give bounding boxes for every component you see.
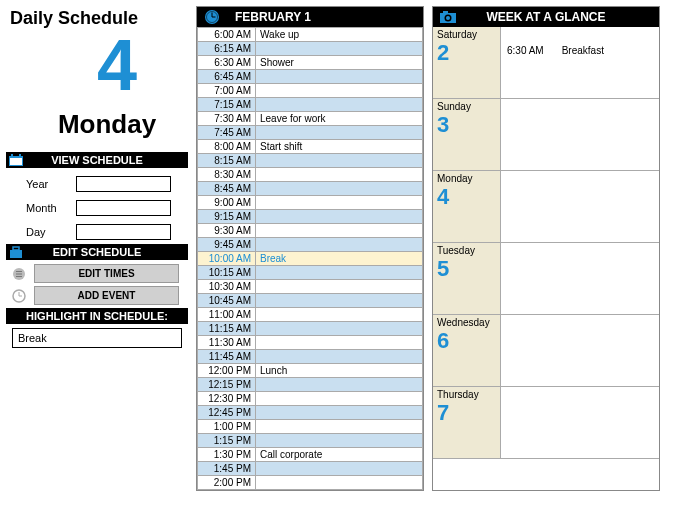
time-cell: 7:00 AM bbox=[198, 84, 256, 98]
event-cell bbox=[256, 70, 423, 84]
schedule-row[interactable]: 12:30 PM bbox=[198, 392, 423, 406]
event-cell bbox=[256, 406, 423, 420]
svg-rect-3 bbox=[19, 154, 21, 157]
week-events: 6:30 AMBreakfast bbox=[501, 27, 659, 98]
month-input[interactable] bbox=[76, 200, 171, 216]
week-day-row[interactable]: Wednesday6 bbox=[433, 315, 659, 387]
view-schedule-header: VIEW SCHEDULE bbox=[6, 152, 188, 168]
time-cell: 9:30 AM bbox=[198, 224, 256, 238]
week-day-cell: Wednesday6 bbox=[433, 315, 501, 386]
week-events bbox=[501, 99, 659, 170]
current-day-number: 4 bbox=[6, 29, 188, 101]
schedule-row[interactable]: 7:45 AM bbox=[198, 126, 423, 140]
event-cell: Call corporate bbox=[256, 448, 423, 462]
time-cell: 11:00 AM bbox=[198, 308, 256, 322]
time-cell: 8:30 AM bbox=[198, 168, 256, 182]
calendar-icon bbox=[8, 153, 24, 167]
week-day-number: 2 bbox=[437, 40, 496, 66]
week-day-row[interactable]: Thursday7 bbox=[433, 387, 659, 459]
time-cell: 12:30 PM bbox=[198, 392, 256, 406]
week-day-row[interactable]: Sunday3 bbox=[433, 99, 659, 171]
schedule-row[interactable]: 8:15 AM bbox=[198, 154, 423, 168]
week-day-name: Monday bbox=[437, 173, 496, 184]
schedule-row[interactable]: 9:15 AM bbox=[198, 210, 423, 224]
schedule-row[interactable]: 6:30 AMShower bbox=[198, 56, 423, 70]
week-events bbox=[501, 315, 659, 386]
time-cell: 6:15 AM bbox=[198, 42, 256, 56]
time-cell: 9:00 AM bbox=[198, 196, 256, 210]
time-cell: 10:00 AM bbox=[198, 252, 256, 266]
list-icon bbox=[11, 267, 27, 281]
event-cell bbox=[256, 350, 423, 364]
event-cell bbox=[256, 238, 423, 252]
event-cell bbox=[256, 392, 423, 406]
time-cell: 10:30 AM bbox=[198, 280, 256, 294]
highlight-value[interactable]: Break bbox=[12, 328, 182, 348]
schedule-row[interactable]: 6:00 AMWake up bbox=[198, 28, 423, 42]
time-cell: 6:30 AM bbox=[198, 56, 256, 70]
event-cell: Lunch bbox=[256, 364, 423, 378]
highlight-header: HIGHLIGHT IN SCHEDULE: bbox=[6, 308, 188, 324]
schedule-row[interactable]: 1:15 PM bbox=[198, 434, 423, 448]
event-cell bbox=[256, 98, 423, 112]
schedule-row[interactable]: 10:45 AM bbox=[198, 294, 423, 308]
schedule-row[interactable]: 12:15 PM bbox=[198, 378, 423, 392]
schedule-row[interactable]: 8:30 AM bbox=[198, 168, 423, 182]
time-cell: 6:00 AM bbox=[198, 28, 256, 42]
time-cell: 1:30 PM bbox=[198, 448, 256, 462]
schedule-row[interactable]: 12:45 PM bbox=[198, 406, 423, 420]
schedule-row[interactable]: 11:15 AM bbox=[198, 322, 423, 336]
svg-rect-7 bbox=[16, 271, 22, 272]
schedule-row[interactable]: 10:15 AM bbox=[198, 266, 423, 280]
edit-schedule-header: EDIT SCHEDULE bbox=[6, 244, 188, 260]
schedule-row[interactable]: 12:00 PMLunch bbox=[198, 364, 423, 378]
schedule-row[interactable]: 1:30 PMCall corporate bbox=[198, 448, 423, 462]
time-cell: 2:00 PM bbox=[198, 476, 256, 490]
time-cell: 7:15 AM bbox=[198, 98, 256, 112]
time-cell: 11:15 AM bbox=[198, 322, 256, 336]
svg-point-19 bbox=[446, 16, 450, 20]
week-day-row[interactable]: Monday4 bbox=[433, 171, 659, 243]
schedule-table: 6:00 AMWake up6:15 AM6:30 AMShower6:45 A… bbox=[197, 27, 423, 490]
schedule-row[interactable]: 11:00 AM bbox=[198, 308, 423, 322]
schedule-row[interactable]: 7:30 AMLeave for work bbox=[198, 112, 423, 126]
schedule-row[interactable]: 1:45 PM bbox=[198, 462, 423, 476]
svg-rect-1 bbox=[10, 158, 22, 165]
event-cell bbox=[256, 182, 423, 196]
edit-times-button[interactable]: EDIT TIMES bbox=[34, 264, 179, 283]
add-event-button[interactable]: ADD EVENT bbox=[34, 286, 179, 305]
schedule-row[interactable]: 10:00 AMBreak bbox=[198, 252, 423, 266]
event-cell: Leave for work bbox=[256, 112, 423, 126]
time-cell: 7:30 AM bbox=[198, 112, 256, 126]
schedule-row[interactable]: 9:45 AM bbox=[198, 238, 423, 252]
schedule-row[interactable]: 6:15 AM bbox=[198, 42, 423, 56]
svg-rect-20 bbox=[443, 11, 448, 13]
time-cell: 9:15 AM bbox=[198, 210, 256, 224]
event-cell bbox=[256, 420, 423, 434]
schedule-row[interactable]: 1:00 PM bbox=[198, 420, 423, 434]
day-input[interactable] bbox=[76, 224, 171, 240]
schedule-row[interactable]: 9:30 AM bbox=[198, 224, 423, 238]
schedule-row[interactable]: 2:00 PM bbox=[198, 476, 423, 490]
svg-rect-9 bbox=[16, 276, 22, 277]
schedule-row[interactable]: 9:00 AM bbox=[198, 196, 423, 210]
schedule-row[interactable]: 10:30 AM bbox=[198, 280, 423, 294]
week-day-cell: Sunday3 bbox=[433, 99, 501, 170]
event-cell bbox=[256, 322, 423, 336]
week-day-number: 4 bbox=[437, 184, 496, 210]
schedule-row[interactable]: 7:15 AM bbox=[198, 98, 423, 112]
event-cell: Wake up bbox=[256, 28, 423, 42]
schedule-row[interactable]: 6:45 AM bbox=[198, 70, 423, 84]
schedule-row[interactable]: 7:00 AM bbox=[198, 84, 423, 98]
event-cell bbox=[256, 168, 423, 182]
event-cell: Start shift bbox=[256, 140, 423, 154]
schedule-row[interactable]: 8:00 AMStart shift bbox=[198, 140, 423, 154]
schedule-row[interactable]: 8:45 AM bbox=[198, 182, 423, 196]
schedule-row[interactable]: 11:45 AM bbox=[198, 350, 423, 364]
week-header: WEEK AT A GLANCE bbox=[433, 7, 659, 27]
schedule-row[interactable]: 11:30 AM bbox=[198, 336, 423, 350]
year-input[interactable] bbox=[76, 176, 171, 192]
clock-icon bbox=[203, 9, 221, 25]
week-day-row[interactable]: Saturday26:30 AMBreakfast bbox=[433, 27, 659, 99]
week-day-row[interactable]: Tuesday5 bbox=[433, 243, 659, 315]
